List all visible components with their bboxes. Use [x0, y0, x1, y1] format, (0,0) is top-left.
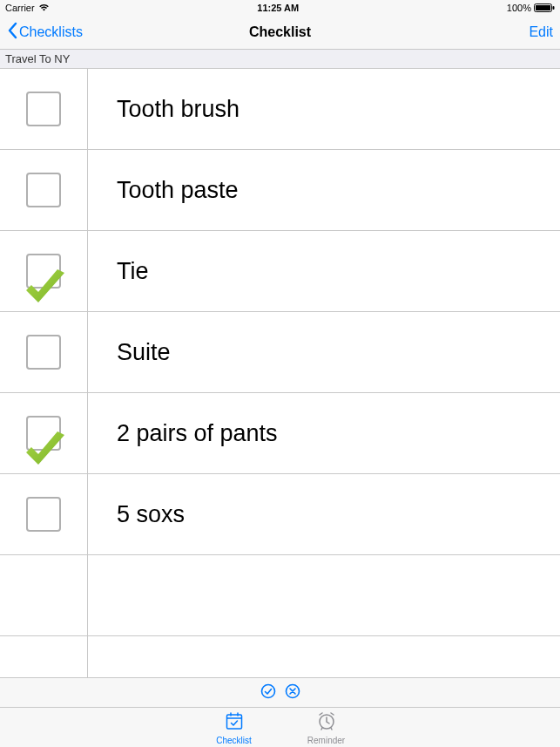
empty-row: [0, 555, 560, 636]
item-label: Suite: [87, 339, 171, 366]
vertical-divider: [87, 69, 88, 677]
item-label: 2 pairs of pants: [87, 420, 278, 447]
check-circle-icon: [260, 683, 276, 703]
back-label: Checklists: [19, 24, 83, 40]
checkbox[interactable]: [26, 173, 61, 207]
empty-row: [0, 636, 560, 677]
item-label: Tooth brush: [87, 96, 240, 123]
tab-bar: Checklist Reminder: [0, 707, 560, 747]
bottom-toolbar: [0, 677, 560, 707]
svg-point-3: [261, 684, 274, 697]
calendar-check-icon: [224, 710, 245, 735]
checkmark-icon: [19, 266, 70, 313]
list-item[interactable]: 5 soxs: [0, 474, 560, 555]
battery-pct: 100%: [507, 3, 531, 13]
status-bar: Carrier 11:25 AM 100%: [0, 0, 560, 15]
checkbox-cell[interactable]: [0, 416, 87, 451]
tab-reminder[interactable]: Reminder: [300, 710, 353, 745]
svg-rect-2: [553, 6, 555, 10]
x-circle-icon: [285, 683, 300, 703]
checkbox-cell[interactable]: [0, 254, 87, 289]
checkmark-icon: [19, 428, 70, 475]
checkbox[interactable]: [26, 497, 61, 532]
checklist-list: Tooth brush Tooth paste Tie Suite 2 pair…: [0, 69, 560, 677]
tab-label: Checklist: [216, 736, 252, 745]
list-item[interactable]: Tie: [0, 231, 560, 312]
svg-rect-5: [226, 715, 241, 729]
list-item[interactable]: Tooth brush: [0, 69, 560, 150]
edit-button[interactable]: Edit: [529, 24, 553, 40]
battery-icon: [534, 3, 555, 12]
svg-rect-1: [536, 5, 550, 10]
tab-label: Reminder: [307, 736, 345, 745]
page-title: Checklist: [249, 24, 311, 40]
uncheck-all-button[interactable]: [285, 683, 300, 703]
item-label: Tooth paste: [87, 177, 239, 204]
chevron-left-icon: [7, 22, 19, 43]
checkbox-cell[interactable]: [0, 173, 87, 207]
back-button[interactable]: Checklists: [7, 22, 83, 43]
checkbox[interactable]: [26, 92, 61, 126]
status-time: 11:25 AM: [257, 3, 299, 13]
checkbox[interactable]: [26, 335, 61, 370]
section-header: Travel To NY: [0, 50, 560, 69]
list-item[interactable]: Suite: [0, 312, 560, 393]
list-item[interactable]: 2 pairs of pants: [0, 393, 560, 474]
alarm-clock-icon: [316, 710, 337, 735]
nav-bar: Checklists Checklist Edit: [0, 15, 560, 50]
checkbox-cell[interactable]: [0, 92, 87, 126]
tab-checklist[interactable]: Checklist: [208, 710, 260, 745]
list-item[interactable]: Tooth paste: [0, 150, 560, 231]
checkbox-cell[interactable]: [0, 335, 87, 370]
carrier-label: Carrier: [5, 3, 35, 13]
wifi-icon: [38, 3, 50, 11]
item-label: 5 soxs: [87, 501, 185, 528]
item-label: Tie: [87, 258, 149, 285]
checkbox-cell[interactable]: [0, 497, 87, 532]
check-all-button[interactable]: [260, 683, 276, 703]
